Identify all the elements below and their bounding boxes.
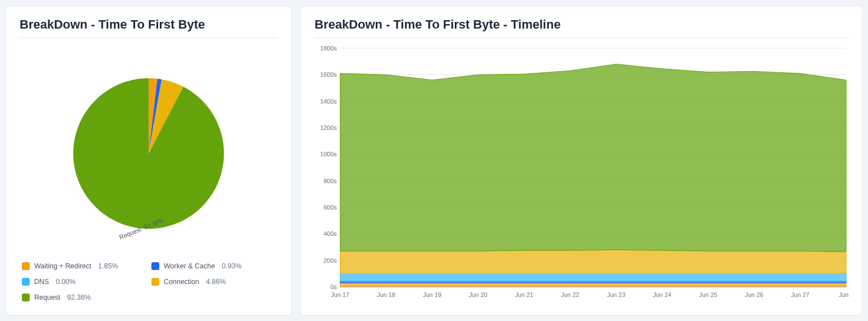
legend-swatch — [151, 262, 159, 270]
timeline-card: BreakDown - Time To First Byte - Timelin… — [301, 6, 862, 315]
x-tick-label: Jun 24 — [653, 291, 672, 298]
y-tick-label: 0s — [330, 283, 337, 290]
legend-pct: 0.00% — [56, 278, 75, 286]
x-tick-label: Jun 20 — [469, 291, 487, 298]
pie-body: Request: 92.36% Waiting + Redirect1.85%W… — [20, 45, 278, 301]
timeline-chart: 0s200s400s600s800s1000s1200s1400s1600s18… — [315, 45, 848, 301]
x-tick-label: Jun 19 — [423, 291, 441, 298]
y-tick-label: 400s — [324, 230, 337, 237]
x-tick-label: Jun 26 — [745, 291, 764, 298]
legend-item[interactable]: Waiting + Redirect1.85% — [22, 262, 146, 270]
y-tick-label: 1000s — [320, 151, 337, 157]
area-series[interactable] — [340, 250, 846, 274]
timeline-card-title: BreakDown - Time To First Byte - Timelin… — [315, 17, 848, 32]
divider — [20, 38, 278, 38]
legend-item[interactable]: DNS0.00% — [22, 278, 146, 286]
area-series[interactable] — [340, 273, 846, 281]
x-tick-label: Jun 25 — [699, 291, 718, 298]
x-tick-label: Jun 21 — [515, 291, 533, 298]
legend-swatch — [22, 294, 30, 301]
pie-card: BreakDown - Time To First Byte Request: … — [6, 6, 292, 315]
y-tick-label: 1400s — [320, 98, 337, 105]
y-tick-label: 1800s — [320, 45, 337, 52]
y-tick-label: 200s — [324, 257, 337, 264]
area-series[interactable] — [340, 281, 846, 283]
legend-label: Worker & Cache — [164, 262, 215, 270]
timeline-chart-area[interactable]: 0s200s400s600s800s1000s1200s1400s1600s18… — [315, 45, 848, 301]
pie-slice[interactable] — [73, 78, 224, 229]
legend-item[interactable]: Connection4.86% — [151, 278, 275, 286]
legend-swatch — [151, 278, 159, 286]
pie-legend: Waiting + Redirect1.85%Worker & Cache0.9… — [20, 262, 278, 301]
legend-pct: 92.36% — [67, 294, 91, 301]
legend-label: DNS — [34, 278, 49, 286]
x-tick-label: Jun 18 — [377, 291, 395, 298]
legend-swatch — [22, 262, 30, 270]
x-tick-label: Jun 22 — [561, 291, 579, 298]
legend-item[interactable]: Worker & Cache0.93% — [151, 262, 275, 270]
legend-label: Connection — [164, 278, 199, 286]
area-series[interactable] — [340, 283, 846, 287]
legend-pct: 4.86% — [206, 278, 225, 286]
area-series[interactable] — [340, 64, 846, 252]
x-tick-label: Jun 27 — [791, 291, 810, 298]
divider — [315, 38, 848, 38]
y-tick-label: 600s — [324, 204, 337, 211]
pie-card-title: BreakDown - Time To First Byte — [20, 17, 278, 32]
y-tick-label: 1600s — [320, 71, 337, 78]
x-tick-label: Jun 23 — [607, 291, 625, 298]
pie-chart — [70, 75, 227, 232]
x-tick-label: Jun 17 — [331, 291, 349, 298]
legend-item[interactable]: Request92.36% — [22, 294, 275, 301]
legend-label: Request — [34, 294, 61, 301]
y-tick-label: 800s — [324, 178, 337, 184]
legend-pct: 0.93% — [221, 262, 241, 270]
legend-label: Waiting + Redirect — [34, 262, 91, 270]
legend-pct: 1.85% — [98, 262, 118, 270]
x-tick-label: Jun 2 — [839, 291, 848, 298]
y-tick-label: 1200s — [320, 124, 337, 131]
legend-swatch — [22, 278, 30, 286]
pie-chart-area[interactable]: Request: 92.36% — [20, 45, 278, 262]
